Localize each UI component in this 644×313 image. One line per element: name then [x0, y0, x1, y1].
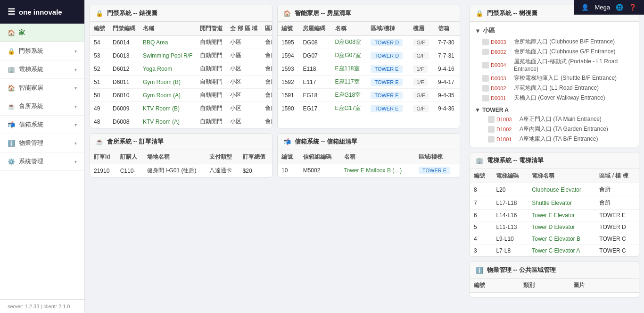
- table-row: 4 L9-L10 Tower C Elevator B TOWER C: [470, 233, 639, 245]
- col-zone: 區域 / 樓 棟: [595, 169, 639, 183]
- col-id: 編號: [470, 169, 492, 183]
- sidebar-item-property[interactable]: ℹ️ 物業管理 ▾: [0, 134, 84, 152]
- elevator-name-link[interactable]: Tower C Elevator A: [532, 247, 580, 254]
- tree-item-icon: [488, 136, 495, 143]
- sidebar-item-mailbox[interactable]: 📬 信箱系統 ▾: [0, 116, 84, 134]
- tree-item[interactable]: D0003穿梭電梯地庫入口 (Shuttle B/F Entrance): [475, 73, 634, 83]
- smarthome-name-link[interactable]: D座G07室: [335, 52, 361, 59]
- access-panel-title: 門禁系統 -- 錶視圖: [107, 9, 157, 17]
- topbar-right: 👤 Mega 🌐 ❓: [574, 0, 644, 15]
- tree-item[interactable]: D1001A座地庫入口 (TA B/F Entrance): [475, 134, 634, 144]
- floor-badge: G/F: [413, 39, 429, 46]
- club-icon: ☕: [8, 103, 15, 110]
- mailbox-name-link[interactable]: Tower E Mailbox B (…): [344, 167, 402, 174]
- property-panel-title: 物業管理 -- 公共區域管理: [487, 266, 556, 274]
- tree-item-name: A座地庫入口 (TA B/F Entrance): [520, 135, 598, 143]
- collapse-icon[interactable]: ▼: [475, 107, 480, 113]
- menu-icon[interactable]: ☰: [8, 7, 15, 17]
- collapse-icon[interactable]: ▼: [475, 27, 481, 34]
- sidebar: ☰ one innovale 🏠 家 🔒 門禁系統 ▾ 🏢 電梯系統 ▾ 🏠 智…: [0, 0, 85, 313]
- club-table: 訂單id 訂購人 場地名稱 支付類型 訂單總值 21910 C110- 健身間 …: [90, 150, 272, 177]
- tree-item[interactable]: D0004屋苑地面入口-移動式 (Portable - L1 Road Entr…: [475, 57, 634, 73]
- tree-item[interactable]: D0002屋苑地面入口 (L1 Road Entrance): [475, 83, 634, 93]
- tree-item-id: D0001: [491, 95, 512, 101]
- access-panel: 🔒 門禁系統 -- 錶視圖 編號 門禁編碼 名稱 開門管道 全 部 區 域: [90, 5, 272, 128]
- zone-badge: TOWER E: [371, 65, 402, 73]
- elevator-panel: 🏢 電梯系統 -- 電梯清單 編號 電梯編碼 電梯名稱 區域 / 樓 棟: [470, 152, 639, 257]
- access-name-link[interactable]: KTV Room (A): [143, 118, 180, 125]
- tree-item-icon: [482, 95, 489, 102]
- elevator-name-link[interactable]: Tower E Elevator: [532, 212, 575, 219]
- globe-icon[interactable]: 🌐: [616, 4, 623, 11]
- table-row: 10 M5002 Tower E Mailbox B (…) TOWER E: [278, 164, 460, 177]
- floor-badge: G/F: [413, 105, 429, 112]
- smarthome-name-link[interactable]: D座G08室: [335, 39, 361, 45]
- col-name: 名稱: [331, 22, 367, 36]
- col-category: 類別: [520, 279, 569, 293]
- access-name-link[interactable]: Gym Room (B): [143, 79, 181, 85]
- access-tree-panel: 🔒 門禁系統 -- 樹視圖 ▼ 小區 D6003會所地庫入口 (Clubhous…: [470, 5, 639, 147]
- table-row: 1592 E117 E座117室 TOWER E 1/F 9-4-17: [278, 76, 460, 89]
- chevron-down-icon: ▾: [74, 49, 77, 54]
- tree-item-id: D1002: [496, 127, 518, 132]
- smarthome-panel: 🏠 智能家居 -- 房屋清單 編號 房屋編碼 名稱 區域/樓棟 樓層 信: [277, 5, 460, 128]
- col-name: 電梯名稱: [528, 169, 595, 183]
- smarthome-panel-header: 🏠 智能家居 -- 房屋清單: [278, 5, 460, 22]
- property-table: 編號 類別 圖片: [470, 279, 639, 297]
- tree-item-id: D0002: [491, 85, 512, 91]
- table-row: 21910 C110- 健身間 I-G01 (往后) 八達通卡 $20: [90, 164, 272, 178]
- table-row: 1593 E118 E座118室 TOWER E 1/F 9-4-16: [278, 62, 460, 76]
- elevator-name-link[interactable]: Clubhouse Elevator: [532, 186, 581, 193]
- tree-item-name: 穿梭電梯地庫入口 (Shuttle B/F Entrance): [514, 74, 617, 82]
- smarthome-name-link[interactable]: E座G17室: [335, 105, 361, 111]
- right-panel: 🔒 門禁系統 -- 樹視圖 ▼ 小區 D6003會所地庫入口 (Clubhous…: [465, 0, 644, 313]
- smarthome-name-link[interactable]: E座118室: [335, 65, 360, 72]
- sidebar-item-elevator[interactable]: 🏢 電梯系統 ▾: [0, 60, 84, 79]
- access-name-link[interactable]: Swimming Pool R/F: [143, 52, 192, 59]
- mailbox-panel: 📬 信箱系統 -- 信箱組清單 編號 信箱組編碼 名稱 區域/樓棟 10 M50…: [277, 133, 460, 178]
- tree-item[interactable]: D0001天橋入口 (Cover Walkway Entrance): [475, 93, 634, 103]
- tree-item[interactable]: D1003A座正門入口 (TA Main Entrance): [475, 114, 634, 124]
- tree-item-id: D0004: [491, 62, 512, 68]
- mailbox-table: 編號 信箱組編碼 名稱 區域/樓棟 10 M5002 Tower E Mailb…: [278, 150, 460, 177]
- col-method: 開門管道: [196, 22, 226, 36]
- tree-item[interactable]: D6003會所地庫入口 (Clubhouse B/F Entrance): [475, 37, 634, 47]
- access-name-link[interactable]: Yoga Room: [143, 66, 172, 72]
- access-name-link[interactable]: KTV Room (B): [143, 105, 180, 112]
- club-panel-title: 會所系統 -- 訂單清單: [107, 137, 164, 146]
- sidebar-elevator-label: 電梯系統: [19, 65, 43, 74]
- smarthome-name-link[interactable]: E座G18室: [335, 92, 361, 98]
- sidebar-item-smarthome[interactable]: 🏠 智能家居 ▾: [0, 79, 84, 97]
- col-name: 名稱: [340, 150, 415, 164]
- smarthome-icon: 🏠: [8, 85, 15, 92]
- help-icon[interactable]: ❓: [629, 4, 636, 11]
- chevron-down-icon: ▾: [74, 85, 77, 91]
- smarthome-name-link[interactable]: E座117室: [335, 78, 360, 85]
- access-panel-header: 🔒 門禁系統 -- 錶視圖: [90, 5, 272, 22]
- sidebar-item-home[interactable]: 🏠 家: [0, 24, 84, 42]
- elevator-name-link[interactable]: Tower D Elevator: [532, 224, 575, 230]
- avatar-icon: 👤: [581, 4, 589, 11]
- col-buyer: 訂購人: [116, 150, 143, 164]
- tree-item[interactable]: D6002會所地面入口 (Clubhouse G/F Entrance): [475, 47, 634, 57]
- tree-item[interactable]: D1002A座內園入口 (TA Garden Entrance): [475, 124, 634, 134]
- table-row: 51 D6011 Gym Room (B) 自動開門 小区 會所 Gym Roo…: [90, 76, 272, 89]
- col-zone: 區域/樓棟: [367, 22, 409, 36]
- app-logo: ☰ one innovale: [0, 0, 84, 24]
- elevator-panel-icon: 🏢: [476, 157, 483, 164]
- club-panel-header: ☕ 會所系統 -- 訂單清單: [90, 134, 272, 150]
- club-panel-icon: ☕: [96, 138, 103, 145]
- sidebar-item-sysadmin[interactable]: ⚙️ 系統管理 ▾: [0, 152, 84, 171]
- smarthome-panel-icon: 🏠: [283, 10, 291, 17]
- col-code: 電梯編碼: [492, 169, 528, 183]
- elevator-name-link[interactable]: Tower C Elevator B: [532, 236, 580, 242]
- access-name-link[interactable]: Gym Room (A): [143, 92, 181, 99]
- sidebar-item-club[interactable]: ☕ 會所系統 ▾: [0, 97, 84, 116]
- home-icon: 🏠: [8, 29, 15, 36]
- table-row: 48 D6008 KTV Room (A) 自動開門 小区 會所 KTV Roo…: [90, 115, 272, 128]
- access-name-link[interactable]: BBQ Area: [143, 39, 168, 46]
- sidebar-item-access[interactable]: 🔒 門禁系統 ▾: [0, 42, 84, 60]
- tree-item-icon: [482, 39, 489, 45]
- club-panel: ☕ 會所系統 -- 訂單清單 訂單id 訂購人 場地名稱 支付類型 訂單總值: [90, 133, 272, 178]
- elevator-name-link[interactable]: Shuttle Elevator: [532, 200, 572, 206]
